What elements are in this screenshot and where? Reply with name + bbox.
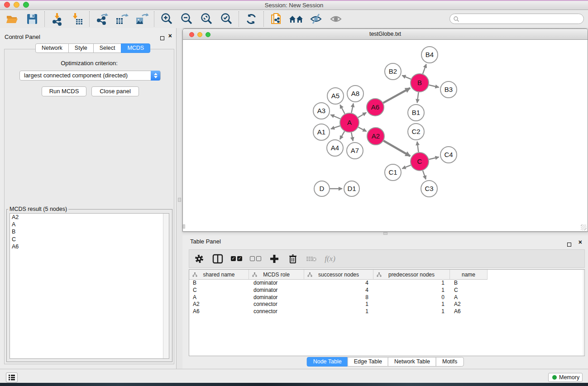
- show-panels-button[interactable]: [6, 372, 18, 382]
- graph-edge-B-B1[interactable]: [417, 92, 419, 103]
- close-panel-icon[interactable]: ×: [578, 239, 582, 245]
- graph-edge-A-A7[interactable]: [351, 133, 353, 141]
- graph-edge-C-C3[interactable]: [423, 171, 426, 179]
- tab-network[interactable]: Network: [35, 43, 69, 53]
- network-window-title-bar[interactable]: testGlobe.txt: [183, 29, 588, 40]
- graph-edge-A-A1[interactable]: [331, 126, 340, 129]
- save-session-button[interactable]: [24, 11, 40, 27]
- tab-node-table[interactable]: Node Table: [307, 357, 348, 367]
- show-panel-button[interactable]: [328, 11, 344, 27]
- memory-button[interactable]: Memory: [548, 373, 583, 382]
- tab-select[interactable]: Select: [93, 43, 122, 53]
- graph-edge-A-A8[interactable]: [351, 104, 353, 113]
- export-image-button[interactable]: [134, 11, 150, 27]
- table-row[interactable]: A2connector11A2: [189, 301, 584, 308]
- criterion-select[interactable]: largest connected component (directed): [19, 71, 161, 81]
- result-scrollbar[interactable]: [163, 214, 169, 358]
- table-scrollbar[interactable]: [583, 270, 583, 356]
- graph-edge-A-A6[interactable]: [358, 113, 366, 118]
- table-row[interactable]: Bdominator41B: [189, 280, 584, 287]
- plus-icon: [269, 254, 279, 264]
- tab-style[interactable]: Style: [68, 43, 94, 53]
- tab-edge-table[interactable]: Edge Table: [348, 357, 388, 367]
- graph-edge-B-B3[interactable]: [429, 85, 439, 87]
- close-panel-icon[interactable]: ×: [168, 33, 172, 38]
- deselect-all-button[interactable]: [250, 253, 261, 265]
- canvas-edge-handle[interactable]: [183, 224, 185, 229]
- graph-node-label: D1: [347, 185, 356, 192]
- mcds-result-item[interactable]: A6: [10, 243, 169, 250]
- delete-table-button[interactable]: [306, 253, 317, 265]
- graph-edge-A-A5[interactable]: [340, 105, 345, 114]
- eye-icon: [329, 12, 343, 26]
- run-mcds-button[interactable]: Run MCDS: [42, 86, 86, 96]
- horizontal-split-divider[interactable]: [182, 232, 588, 235]
- add-column-button[interactable]: [269, 253, 280, 265]
- graph-edge-C-C1[interactable]: [402, 165, 411, 169]
- export-network-button[interactable]: [94, 11, 110, 27]
- graph-edge-A-A4[interactable]: [340, 131, 344, 139]
- gear-icon: [194, 254, 204, 264]
- zoom-in-button[interactable]: [158, 11, 175, 27]
- select-all-button[interactable]: ✓ ✓: [231, 253, 242, 265]
- refresh-layout-button[interactable]: [243, 11, 259, 27]
- network-canvas[interactable]: AA1A2A3A4A5A6A7A8BB1B2B3B4CC1C2C3C4DD1: [183, 40, 588, 231]
- import-table-button[interactable]: [69, 11, 85, 27]
- table-row[interactable]: A6connector11A6: [189, 308, 584, 315]
- table-cell: connector: [249, 301, 304, 308]
- tab-network-table[interactable]: Network Table: [388, 357, 436, 367]
- mcds-result-item[interactable]: A2: [10, 214, 169, 221]
- table-row[interactable]: Cdominator41C: [189, 287, 584, 294]
- divider-handle[interactable]: [178, 198, 181, 202]
- delete-table-icon: [306, 255, 317, 262]
- graph-edge-C-C4[interactable]: [429, 157, 439, 159]
- zoom-fit-button[interactable]: [198, 11, 215, 27]
- export-table-icon: [115, 12, 129, 26]
- graph-edge-A-A2[interactable]: [359, 127, 367, 131]
- zoom-out-button[interactable]: [178, 11, 195, 27]
- function-builder-button[interactable]: f(x): [325, 253, 335, 265]
- graph-node-label: A: [347, 119, 352, 126]
- import-network-button[interactable]: [49, 11, 65, 27]
- tab-motifs[interactable]: Motifs: [436, 357, 464, 367]
- duplicate-network-button[interactable]: [268, 11, 284, 27]
- search-input[interactable]: [459, 15, 583, 23]
- column-header-predecessor-nodes[interactable]: predecessor nodes: [373, 270, 450, 280]
- table-cell: 0: [373, 294, 450, 301]
- divider-handle[interactable]: [383, 232, 387, 235]
- mcds-result-item[interactable]: C: [10, 236, 169, 243]
- graph-edge-A6-B[interactable]: [383, 88, 410, 103]
- open-session-button[interactable]: [4, 11, 20, 27]
- float-panel-icon[interactable]: [160, 34, 164, 42]
- window-resize-grip[interactable]: [581, 224, 587, 230]
- graph-node-label: A8: [351, 90, 359, 97]
- network-graph[interactable]: AA1A2A3A4A5A6A7A8BB1B2B3B4CC1C2C3C4DD1: [183, 40, 588, 231]
- mcds-result-item[interactable]: A: [10, 221, 169, 228]
- graph-edge-B-B2[interactable]: [402, 76, 411, 79]
- split-view-button[interactable]: [212, 253, 223, 265]
- table-row[interactable]: Adominator80A: [189, 294, 584, 301]
- mcds-result-item[interactable]: B: [10, 228, 169, 235]
- column-header-successor-nodes[interactable]: successor nodes: [304, 270, 373, 280]
- table-toolbar: ✓ ✓: [189, 249, 585, 268]
- export-table-button[interactable]: [114, 11, 130, 27]
- table-settings-button[interactable]: [194, 253, 205, 265]
- graph-edge-A2-C[interactable]: [383, 141, 410, 156]
- table-cell: C: [450, 287, 488, 294]
- float-panel-icon[interactable]: [567, 240, 571, 248]
- vertical-split-divider[interactable]: [177, 28, 182, 369]
- column-header-shared-name[interactable]: shared name: [189, 270, 249, 280]
- graph-edge-B-B4[interactable]: [423, 64, 426, 74]
- zoom-selected-button[interactable]: [218, 11, 234, 27]
- network-overview-button[interactable]: [288, 11, 304, 27]
- close-panel-button[interactable]: Close panel: [91, 86, 139, 96]
- delete-column-button[interactable]: [287, 253, 298, 265]
- column-header-MCDS-role[interactable]: MCDS role: [249, 270, 304, 280]
- column-header-name[interactable]: name: [450, 270, 488, 280]
- graph-edge-C-C2[interactable]: [417, 142, 419, 152]
- hide-panel-button[interactable]: [308, 11, 324, 27]
- export-image-icon: [135, 12, 148, 26]
- table-cell: A: [450, 294, 488, 301]
- graph-edge-A-A3[interactable]: [330, 115, 340, 119]
- tab-mcds[interactable]: MCDS: [121, 43, 150, 53]
